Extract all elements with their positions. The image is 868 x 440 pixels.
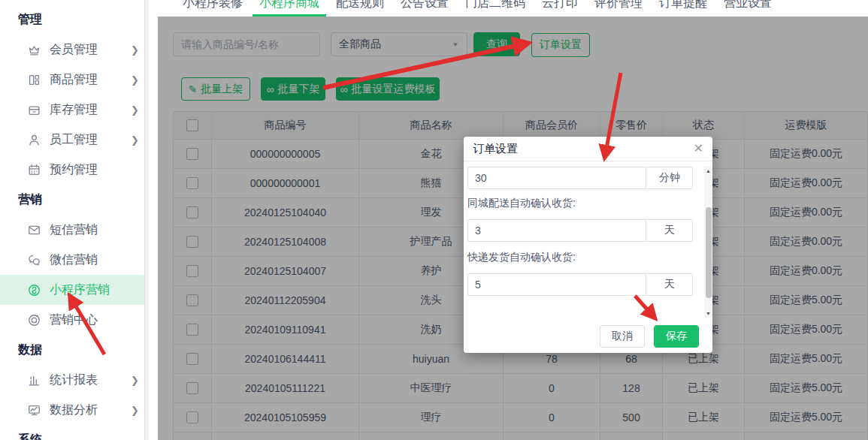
sidebar-section-marketing: 营销 xyxy=(0,185,149,215)
cancel-button[interactable]: 取消 xyxy=(600,325,645,348)
modal-title: 订单设置 xyxy=(473,142,518,156)
close-icon[interactable]: ✕ xyxy=(694,141,703,155)
sidebar-item-product-management[interactable]: 商品管理 ❯ xyxy=(0,65,149,95)
sidebar-item-sms-marketing[interactable]: 短信营销 xyxy=(0,215,149,245)
payment-timeout-input[interactable] xyxy=(467,167,646,189)
save-button[interactable]: 保存 xyxy=(654,325,699,348)
sidebar-item-staff-management[interactable]: 员工管理 ❯ xyxy=(0,125,149,155)
section-label: 营销 xyxy=(18,192,42,208)
section-label: 系统 xyxy=(18,432,42,440)
sidebar-item-label: 统计报表 xyxy=(50,372,98,388)
section-label: 数据 xyxy=(18,342,42,358)
sidebar-item-inventory-management[interactable]: 库存管理 ❯ xyxy=(0,95,149,125)
tab-miniprogram-mall[interactable]: 小程序商城 xyxy=(253,0,326,17)
marketing-center-icon xyxy=(27,313,41,327)
tab-notice-settings[interactable]: 公告设置 xyxy=(394,0,455,17)
sidebar-item-data-analysis[interactable]: 数据分析 ❯ xyxy=(0,395,149,425)
top-tabbar: 小程序装修 小程序商城 配送规则 公告设置 门店二维码 云打印 评价管理 订单提… xyxy=(158,0,868,17)
tab-business-settings[interactable]: 营业设置 xyxy=(717,0,779,17)
sidebar-item-miniprogram-marketing[interactable]: 小程序营销 xyxy=(0,275,149,305)
unit-minutes: 分钟 xyxy=(647,167,693,189)
order-settings-modal: 订单设置 ✕ 分钟 同城配送自动确认收货: 天 快递发货自动确认收货: 天 ▲ … xyxy=(464,137,712,353)
sidebar-item-label: 员工管理 xyxy=(50,132,98,148)
sidebar: 管理 会员管理 ❯ 商品管理 ❯ 库存管理 ❯ 员工管理 ❯ 预约管理 营销 短… xyxy=(0,0,149,440)
unit-days: 天 xyxy=(647,219,693,242)
express-confirm-input[interactable] xyxy=(467,273,646,296)
sidebar-section-system: 系统 xyxy=(0,425,149,440)
chevron-right-icon: ❯ xyxy=(131,104,139,116)
wechat-icon xyxy=(27,253,41,267)
scrollbar-thumb[interactable] xyxy=(706,207,712,298)
inventory-icon xyxy=(27,103,41,117)
tab-store-qrcode[interactable]: 门店二维码 xyxy=(458,0,532,17)
sidebar-scrollbar[interactable] xyxy=(144,0,149,440)
scroll-up-icon[interactable]: ▲ xyxy=(704,166,712,175)
sidebar-item-marketing-center[interactable]: 营销中心 xyxy=(0,305,149,335)
sidebar-item-appointment-management[interactable]: 预约管理 xyxy=(0,155,149,185)
chevron-right-icon: ❯ xyxy=(131,44,139,56)
tab-review-management[interactable]: 评价管理 xyxy=(588,0,649,17)
tab-order-reminder[interactable]: 订单提醒 xyxy=(652,0,714,17)
staff-icon xyxy=(27,133,41,147)
sms-icon xyxy=(27,223,41,237)
chevron-right-icon: ❯ xyxy=(131,134,139,146)
modal-scrollbar[interactable]: ▲ ▼ xyxy=(704,166,712,318)
goods-icon xyxy=(27,73,41,87)
sidebar-section-management: 管理 xyxy=(0,0,149,35)
sidebar-item-label: 会员管理 xyxy=(50,42,98,58)
chevron-right-icon: ❯ xyxy=(131,405,139,416)
local-delivery-confirm-label: 同城配送自动确认收货: xyxy=(467,197,576,210)
sidebar-item-wechat-marketing[interactable]: 微信营销 xyxy=(0,245,149,275)
sidebar-item-label: 商品管理 xyxy=(50,72,98,88)
unit-days: 天 xyxy=(647,273,693,296)
local-delivery-confirm-input[interactable] xyxy=(467,219,646,242)
scroll-down-icon[interactable]: ▼ xyxy=(704,309,712,318)
sidebar-item-label: 小程序营销 xyxy=(50,282,110,298)
tab-miniprogram-decorate[interactable]: 小程序装修 xyxy=(176,0,250,17)
miniprogram-icon xyxy=(27,283,41,297)
section-label: 管理 xyxy=(18,12,42,28)
tab-delivery-rules[interactable]: 配送规则 xyxy=(329,0,391,17)
modal-header: 订单设置 ✕ xyxy=(464,137,712,161)
sidebar-item-label: 短信营销 xyxy=(50,222,98,238)
express-confirm-label: 快递发货自动确认收货: xyxy=(467,251,576,264)
analysis-icon xyxy=(27,403,41,417)
calendar-icon xyxy=(27,163,41,177)
sidebar-item-label: 营销中心 xyxy=(50,312,98,328)
report-icon xyxy=(27,373,41,387)
sidebar-item-label: 数据分析 xyxy=(50,402,98,418)
sidebar-section-data: 数据 xyxy=(0,335,149,365)
sidebar-item-label: 库存管理 xyxy=(50,102,98,118)
sidebar-item-member-management[interactable]: 会员管理 ❯ xyxy=(0,35,149,65)
sidebar-item-label: 预约管理 xyxy=(50,162,98,178)
chevron-right-icon: ❯ xyxy=(131,375,139,386)
save-button-label: 保存 xyxy=(666,330,687,343)
crown-icon xyxy=(27,43,41,57)
tab-cloud-print[interactable]: 云打印 xyxy=(535,0,585,17)
cancel-button-label: 取消 xyxy=(612,330,633,343)
chevron-right-icon: ❯ xyxy=(131,74,139,86)
sidebar-item-label: 微信营销 xyxy=(50,252,98,268)
sidebar-item-statistics-report[interactable]: 统计报表 ❯ xyxy=(0,365,149,395)
